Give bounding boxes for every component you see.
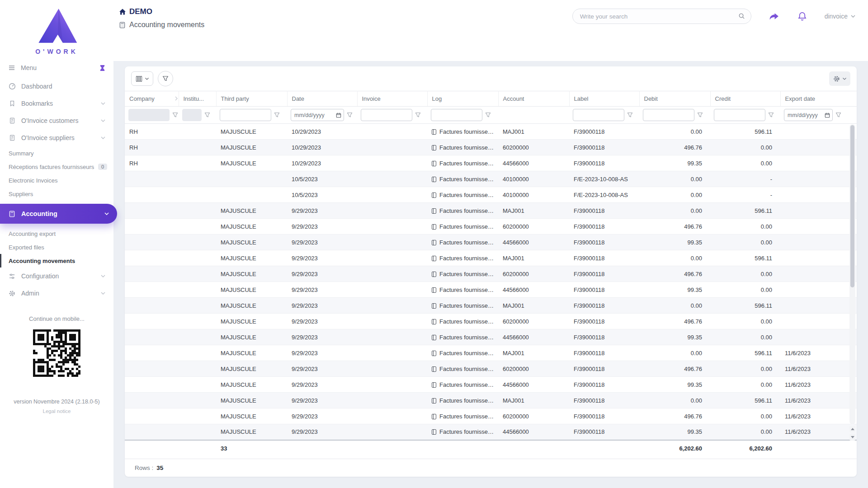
table-row[interactable]: MAJUSCULE9/29/2023Factures fournisseurs4… bbox=[125, 282, 857, 298]
table-settings-button[interactable] bbox=[829, 71, 850, 86]
cell-debit: 0.00 bbox=[639, 124, 710, 140]
column-header-label[interactable]: Label bbox=[569, 91, 639, 107]
cell-log: Factures fournisseurs bbox=[427, 377, 498, 393]
cell-company bbox=[125, 282, 179, 298]
vertical-scrollbar[interactable] bbox=[849, 124, 855, 441]
table-row[interactable]: MAJUSCULE9/29/2023Factures fournisseurs6… bbox=[125, 266, 857, 282]
column-header-credit[interactable]: Credit bbox=[710, 91, 780, 107]
cell-credit: 0.00 bbox=[710, 314, 780, 329]
share-icon[interactable] bbox=[769, 11, 780, 22]
search-icon[interactable] bbox=[738, 13, 745, 19]
log-filter-input[interactable] bbox=[431, 109, 482, 121]
cell-debit: 0.00 bbox=[639, 345, 710, 361]
table-row[interactable]: MAJUSCULE9/29/2023Factures fournisseurs4… bbox=[125, 377, 857, 393]
third-party-filter-input[interactable] bbox=[220, 109, 271, 121]
funnel-icon[interactable] bbox=[697, 112, 703, 118]
table-row[interactable]: MAJUSCULE9/29/2023Factures fournisseursM… bbox=[125, 250, 857, 266]
column-chooser-button[interactable] bbox=[131, 71, 153, 86]
cell-account: 44566000 bbox=[498, 377, 569, 393]
chevron-down-icon bbox=[851, 15, 855, 18]
calendar-icon[interactable] bbox=[336, 113, 341, 118]
scrollbar-track[interactable] bbox=[849, 124, 855, 424]
column-header-company[interactable]: Company bbox=[125, 91, 179, 107]
sidebar-item-oinvoice-suppliers[interactable]: O'Invoice suppliers bbox=[0, 129, 113, 146]
cell-account: MAJ001 bbox=[498, 203, 569, 219]
funnel-icon[interactable] bbox=[347, 112, 353, 118]
funnel-icon[interactable] bbox=[627, 112, 633, 118]
cell-debit: 99.35 bbox=[639, 329, 710, 345]
column-header-export-date[interactable]: Export date bbox=[780, 91, 857, 107]
table-row[interactable]: MAJUSCULE9/29/2023Factures fournisseurs4… bbox=[125, 329, 857, 345]
notifications-bell-icon[interactable] bbox=[797, 11, 807, 22]
sidebar-item-oinvoice-customers[interactable]: O'Invoice customers bbox=[0, 112, 113, 129]
column-header-third-party[interactable]: Third party bbox=[216, 91, 287, 107]
funnel-icon[interactable] bbox=[172, 112, 178, 118]
table-row[interactable]: MAJUSCULE9/29/2023Factures fournisseursM… bbox=[125, 298, 857, 314]
sidebar-item-accounting-movements[interactable]: Accounting movements bbox=[0, 254, 113, 267]
legal-notice-link[interactable]: Legal notice bbox=[42, 408, 71, 414]
table-row[interactable]: MAJUSCULE9/29/2023Factures fournisseursM… bbox=[125, 203, 857, 219]
sidebar-item-accounting[interactable]: Accounting bbox=[0, 204, 117, 224]
menu-toggle[interactable]: Menu bbox=[0, 58, 113, 78]
sidebar-item-admin[interactable]: Admin bbox=[0, 285, 113, 302]
funnel-icon[interactable] bbox=[768, 112, 774, 118]
search-input[interactable] bbox=[572, 9, 751, 24]
table-row[interactable]: 10/5/2023Factures fournisseurs40100000F/… bbox=[125, 187, 857, 203]
sidebar-item-summary[interactable]: Summary bbox=[0, 146, 113, 160]
funnel-icon[interactable] bbox=[415, 112, 421, 118]
credit-filter-input[interactable] bbox=[714, 109, 765, 121]
brand[interactable]: O'WORK bbox=[0, 0, 113, 58]
table-row[interactable]: MAJUSCULE9/29/2023Factures fournisseurs6… bbox=[125, 219, 857, 235]
cell-third_party: MAJUSCULE bbox=[216, 314, 287, 329]
column-header-debit[interactable]: Debit bbox=[639, 91, 710, 107]
column-header-institution[interactable]: Institu... bbox=[179, 91, 216, 107]
calendar-icon[interactable] bbox=[825, 113, 830, 118]
column-header-invoice[interactable]: Invoice bbox=[357, 91, 427, 107]
breadcrumb-app[interactable]: DEMO bbox=[119, 7, 204, 16]
invoice-filter-input[interactable] bbox=[361, 109, 412, 121]
table-row[interactable]: MAJUSCULE9/29/2023Factures fournisseurs6… bbox=[125, 314, 857, 329]
cell-debit: 99.35 bbox=[639, 235, 710, 250]
filter-account bbox=[498, 107, 569, 124]
sidebar-item-electronic-invoices[interactable]: Electronic Invoices bbox=[0, 174, 113, 187]
journal-icon bbox=[432, 319, 436, 324]
sidebar-item-configuration[interactable]: Configuration bbox=[0, 267, 113, 285]
funnel-icon[interactable] bbox=[835, 112, 841, 118]
funnel-icon[interactable] bbox=[204, 112, 210, 118]
table-row[interactable]: RHMAJUSCULE10/29/2023Factures fournisseu… bbox=[125, 140, 857, 155]
rows-count-bar: Rows : 35 bbox=[125, 459, 857, 477]
cell-account: 60200000 bbox=[498, 408, 569, 424]
cell-invoice bbox=[357, 408, 427, 424]
column-header-account[interactable]: Account bbox=[498, 91, 569, 107]
debit-filter-input[interactable] bbox=[643, 109, 694, 121]
table-row[interactable]: MAJUSCULE9/29/2023Factures fournisseurs6… bbox=[125, 361, 857, 377]
sidebar-item-exported-files[interactable]: Exported files bbox=[0, 240, 113, 254]
scroll-up-button[interactable] bbox=[849, 426, 855, 432]
funnel-icon[interactable] bbox=[485, 112, 491, 118]
table-row[interactable]: MAJUSCULE9/29/2023Factures fournisseurs4… bbox=[125, 424, 857, 440]
sidebar-item-suppliers[interactable]: Suppliers bbox=[0, 187, 113, 201]
cell-credit: 0.00 bbox=[710, 329, 780, 345]
hourglass-icon[interactable] bbox=[99, 65, 105, 71]
sidebar-item-dashboard[interactable]: Dashboard bbox=[0, 78, 113, 95]
cell-date: 9/29/2023 bbox=[287, 408, 357, 424]
table-row[interactable]: RHMAJUSCULE10/29/2023Factures fournisseu… bbox=[125, 155, 857, 171]
funnel-icon[interactable] bbox=[274, 112, 280, 118]
label-filter-input[interactable] bbox=[573, 109, 624, 121]
scroll-down-button[interactable] bbox=[849, 434, 855, 441]
table-row[interactable]: RHMAJUSCULE10/29/2023Factures fournisseu… bbox=[125, 124, 857, 140]
column-header-log[interactable]: Log bbox=[427, 91, 498, 107]
sidebar-item-accounting-export[interactable]: Accounting export bbox=[0, 227, 113, 240]
home-icon bbox=[119, 8, 126, 15]
sidebar-item-receptions[interactable]: Réceptions factures fournisseurs 0 bbox=[0, 160, 113, 174]
table-row[interactable]: MAJUSCULE9/29/2023Factures fournisseursM… bbox=[125, 345, 857, 361]
sidebar-item-bookmarks[interactable]: Bookmarks bbox=[0, 95, 113, 112]
table-row[interactable]: MAJUSCULE9/29/2023Factures fournisseursM… bbox=[125, 393, 857, 408]
user-menu[interactable]: dinvoice bbox=[825, 13, 855, 20]
filter-toggle-button[interactable] bbox=[158, 71, 173, 86]
table-row[interactable]: 10/5/2023Factures fournisseurs40100000F/… bbox=[125, 171, 857, 187]
scrollbar-thumb[interactable] bbox=[850, 125, 854, 287]
table-row[interactable]: MAJUSCULE9/29/2023Factures fournisseurs6… bbox=[125, 408, 857, 424]
table-row[interactable]: MAJUSCULE9/29/2023Factures fournisseurs4… bbox=[125, 235, 857, 250]
column-header-date[interactable]: Date bbox=[287, 91, 357, 107]
